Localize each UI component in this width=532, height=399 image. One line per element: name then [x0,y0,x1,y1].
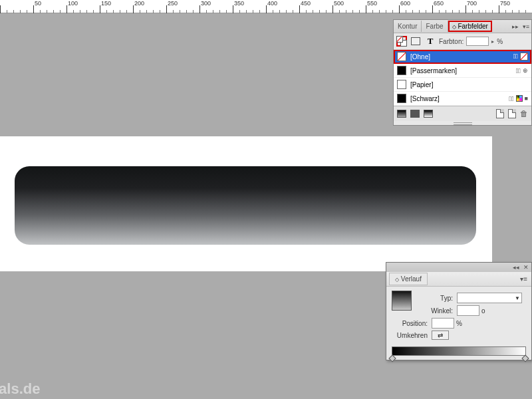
panel-menu-icon[interactable]: ▾≡ [516,275,531,283]
not-editable-icon: ✎⃠ [509,95,513,102]
show-all-swatches-icon[interactable] [424,110,433,118]
not-editable-icon: ✎⃠ [516,67,521,74]
swatch-name: [Schwarz] [410,95,505,102]
swatches-footer: 🗑 [394,106,531,121]
type-dropdown[interactable]: ▼ [457,293,522,303]
panel-close-icon[interactable]: ✕ [523,264,529,271]
swatch-row-none[interactable]: [Ohne] ✎⃠ [394,50,531,64]
swatch-row-registration[interactable]: [Passermarken] ✎⃠ ⊕ [394,64,531,78]
tab-verlauf[interactable]: ◇ Verlauf [389,273,428,285]
angle-unit: o [481,307,485,315]
tab-kontur[interactable]: Kontur [394,21,422,32]
gradient-preview[interactable] [392,291,412,311]
position-field[interactable] [432,318,454,329]
panel-menu-icon[interactable]: ▾≡ [521,23,531,30]
delete-swatch-icon[interactable]: 🗑 [520,109,528,118]
registration-mark-icon: ⊕ [523,67,528,74]
type-label: Typ: [417,295,453,302]
panel-collapse-icon[interactable]: ◂◂ [513,264,519,271]
panel-resize-grip[interactable] [454,122,472,125]
show-gradient-swatches-icon[interactable] [397,110,406,118]
text-target-icon[interactable]: T [424,35,436,47]
reverse-label: Umkehren [392,332,428,339]
rounded-rectangle-shape[interactable] [15,166,476,245]
swatch-name: [Ohne] [410,53,509,61]
position-unit: % [456,320,462,327]
tint-unit: % [497,38,503,45]
swatch-row-black[interactable]: [Schwarz] ✎⃠ ■ [394,92,531,106]
fill-stroke-icon[interactable] [396,36,407,47]
not-editable-icon: ✎⃠ [513,53,518,61]
swatch-name: [Papier] [410,81,528,88]
angle-field[interactable] [457,305,479,316]
tab-farbfelder[interactable]: ◇ Farbfelder [448,21,492,32]
none-swatch-icon [397,52,406,61]
gradient-tabrow: ◇ Verlauf ▾≡ [386,272,531,287]
swatches-tabbar: Kontur Farbe ◇ Farbfelder ▸▸ ▾≡ [394,20,531,33]
angle-label: Winkel: [417,307,453,315]
tint-field[interactable] [466,37,489,46]
watermark-text: ials.de [0,380,40,398]
position-label: Position: [392,320,428,327]
horizontal-ruler: 5010015020025030035040045050055060065070… [0,0,532,13]
paper-swatch-icon [397,80,406,89]
new-swatch-icon[interactable] [496,109,504,118]
gradient-stop-start[interactable] [388,354,396,362]
gradient-titlebar[interactable]: ◂◂ ✕ [386,263,531,272]
swatch-name: [Passermarken] [410,67,512,74]
color-model-icon [516,95,523,102]
swatches-toolbar: T Farbton: ▸ % [394,33,531,50]
none-indicator-icon [520,53,528,61]
gradient-stop-end[interactable] [521,354,529,362]
process-color-icon: ■ [525,95,528,102]
swatch-list: [Ohne] ✎⃠ [Passermarken] ✎⃠ ⊕ [Papier] [… [394,50,531,106]
tint-label: Farbton: [439,38,464,45]
swatch-row-paper[interactable]: [Papier] [394,78,531,92]
swatches-panel: Kontur Farbe ◇ Farbfelder ▸▸ ▾≡ T Farbto… [393,19,532,126]
registration-swatch-icon [397,66,406,75]
show-color-swatches-icon[interactable] [410,110,420,118]
object-target-icon[interactable] [410,35,422,47]
panel-collapse-icon[interactable]: ▸▸ [510,23,521,30]
reverse-gradient-button[interactable]: ⇄ [432,331,449,340]
gradient-ramp[interactable] [392,346,526,356]
new-swatch-group-icon[interactable] [508,109,516,118]
gradient-panel: ◂◂ ✕ ◇ Verlauf ▾≡ Typ: ▼ Winkel: o Posit… [386,262,532,360]
black-swatch-icon [397,94,406,103]
tab-farbe[interactable]: Farbe [422,21,448,32]
